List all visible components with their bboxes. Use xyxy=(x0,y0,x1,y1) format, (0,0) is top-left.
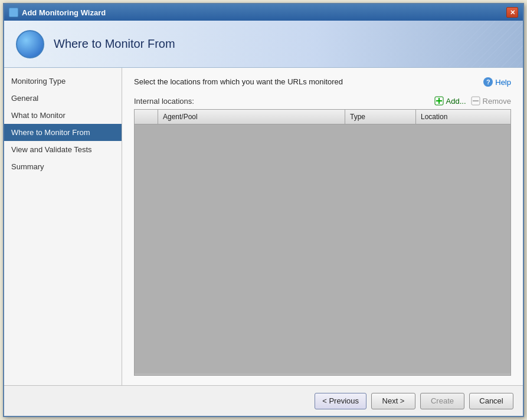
sidebar-item-monitoring-type[interactable]: Monitoring Type xyxy=(4,73,122,90)
table-header: Agent/Pool Type Location xyxy=(135,110,510,124)
page-title: Where to Monitor From xyxy=(54,37,175,51)
content-header: Select the locations from which you want… xyxy=(134,77,511,87)
locations-label: Internal locations: xyxy=(134,97,194,106)
instruction-text: Select the locations from which you want… xyxy=(134,77,343,86)
add-label: Add... xyxy=(446,97,466,106)
remove-button[interactable]: Remove xyxy=(471,96,511,106)
sidebar-item-general[interactable]: General xyxy=(4,90,122,107)
sidebar-item-view-and-validate-tests[interactable]: View and Validate Tests xyxy=(4,141,122,158)
close-button[interactable]: ✕ xyxy=(506,7,518,18)
header-icon xyxy=(16,30,44,58)
wizard-window: Add Monitoring Wizard ✕ Where to Monitor… xyxy=(3,3,524,417)
header-banner: Where to Monitor From xyxy=(4,21,523,68)
col-agent-pool: Agent/Pool xyxy=(158,110,345,124)
remove-icon xyxy=(471,96,480,106)
table-body xyxy=(135,124,510,373)
title-bar: Add Monitoring Wizard ✕ xyxy=(4,4,523,21)
main-area: Monitoring TypeGeneralWhat to MonitorWhe… xyxy=(4,68,523,385)
create-button[interactable]: Create xyxy=(420,393,464,409)
remove-label: Remove xyxy=(483,97,511,106)
col-location: Location xyxy=(416,110,510,124)
locations-table: Agent/Pool Type Location xyxy=(134,109,511,376)
bottom-bar: < Previous Next > Create Cancel xyxy=(4,385,523,416)
add-icon xyxy=(434,96,444,106)
col-checkbox xyxy=(135,110,158,124)
sidebar-item-what-to-monitor[interactable]: What to Monitor xyxy=(4,107,122,124)
cancel-button[interactable]: Cancel xyxy=(469,393,513,409)
header-decoration xyxy=(405,21,523,68)
window-icon xyxy=(9,8,18,17)
col-type: Type xyxy=(345,110,416,124)
sidebar: Monitoring TypeGeneralWhat to MonitorWhe… xyxy=(4,68,122,385)
sidebar-item-where-to-monitor-from[interactable]: Where to Monitor From xyxy=(4,124,122,141)
help-link[interactable]: ? Help xyxy=(483,77,511,87)
help-label: Help xyxy=(495,78,511,87)
locations-section: Internal locations: Add... xyxy=(134,96,511,376)
locations-toolbar: Internal locations: Add... xyxy=(134,96,511,106)
previous-button[interactable]: < Previous xyxy=(315,393,366,409)
next-button[interactable]: Next > xyxy=(371,393,415,409)
toolbar-buttons: Add... Remove xyxy=(434,96,511,106)
sidebar-item-summary[interactable]: Summary xyxy=(4,158,122,175)
svg-rect-1 xyxy=(438,98,440,104)
svg-rect-3 xyxy=(473,100,479,101)
help-icon: ? xyxy=(483,77,493,87)
add-button[interactable]: Add... xyxy=(434,96,466,106)
content-area: Select the locations from which you want… xyxy=(122,68,523,385)
window-title: Add Monitoring Wizard xyxy=(22,8,506,17)
